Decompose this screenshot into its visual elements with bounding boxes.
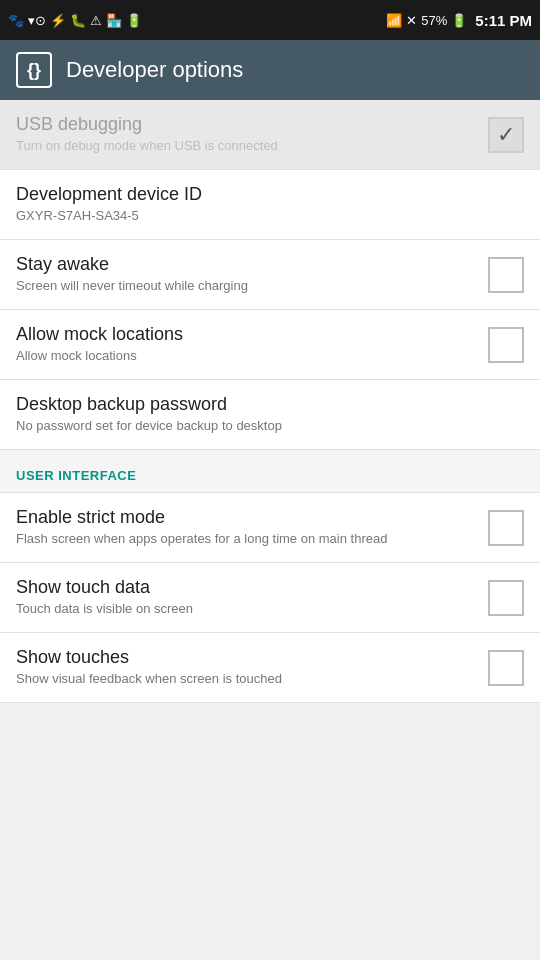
strict-mode-title: Enable strict mode [16,507,476,528]
settings-list: USB debugging Turn on debug mode when US… [0,100,540,703]
stay-awake-text: Stay awake Screen will never timeout whi… [16,254,488,295]
usb-icon: ⚡ [50,13,66,28]
strict-mode-checkbox[interactable] [488,510,524,546]
backup-password-item[interactable]: Desktop backup password No password set … [0,380,540,450]
usb-debugging-item[interactable]: USB debugging Turn on debug mode when US… [0,100,540,170]
touch-data-title: Show touch data [16,577,476,598]
stay-awake-title: Stay awake [16,254,476,275]
user-interface-section-header: USER INTERFACE [0,450,540,493]
battery-icon: 🔋 [451,13,467,28]
strict-mode-subtitle: Flash screen when apps operates for a lo… [16,531,476,548]
status-bar: 🐾 ▾⊙ ⚡ 🐛 ⚠ 🏪 🔋 📶 ✕ 57% 🔋 5:11 PM [0,0,540,40]
touch-data-checkbox[interactable] [488,580,524,616]
wifi-strength-icon: 📶 [386,13,402,28]
store-icon: 🏪 [106,13,122,28]
user-interface-label: USER INTERFACE [16,468,136,483]
backup-password-title: Desktop backup password [16,394,524,415]
alert-icon: ⚠ [90,13,102,28]
stay-awake-subtitle: Screen will never timeout while charging [16,278,476,295]
touch-data-item[interactable]: Show touch data Touch data is visible on… [0,563,540,633]
device-id-title: Development device ID [16,184,524,205]
stay-awake-checkbox[interactable] [488,257,524,293]
status-time: 5:11 PM [475,12,532,29]
mock-locations-text: Allow mock locations Allow mock location… [16,324,488,365]
touch-data-subtitle: Touch data is visible on screen [16,601,476,618]
device-id-value: GXYR-S7AH-SA34-5 [16,208,524,225]
mock-locations-subtitle: Allow mock locations [16,348,476,365]
device-id-item: Development device ID GXYR-S7AH-SA34-5 [0,170,540,240]
page-title: Developer options [66,57,243,83]
sim-icon: 🐾 [8,13,24,28]
usb-debugging-checkbox[interactable] [488,117,524,153]
status-bar-right: 📶 ✕ 57% 🔋 5:11 PM [386,12,532,29]
extra-icon: 🔋 [126,13,142,28]
mock-locations-item[interactable]: Allow mock locations Allow mock location… [0,310,540,380]
show-touches-subtitle: Show visual feedback when screen is touc… [16,671,476,688]
show-touches-item[interactable]: Show touches Show visual feedback when s… [0,633,540,703]
strict-mode-item[interactable]: Enable strict mode Flash screen when app… [0,493,540,563]
mock-locations-checkbox[interactable] [488,327,524,363]
show-touches-title: Show touches [16,647,476,668]
action-bar: {} Developer options [0,40,540,100]
usb-debugging-title: USB debugging [16,114,476,135]
mock-locations-title: Allow mock locations [16,324,476,345]
wifi-icon: ▾⊙ [28,13,46,28]
usb-debugging-text: USB debugging Turn on debug mode when US… [16,114,488,155]
backup-password-subtitle: No password set for device backup to des… [16,418,524,435]
usb-debugging-subtitle: Turn on debug mode when USB is connected [16,138,476,155]
strict-mode-text: Enable strict mode Flash screen when app… [16,507,488,548]
show-touches-text: Show touches Show visual feedback when s… [16,647,488,688]
touch-data-text: Show touch data Touch data is visible on… [16,577,488,618]
status-bar-left: 🐾 ▾⊙ ⚡ 🐛 ⚠ 🏪 🔋 [8,13,142,28]
show-touches-checkbox[interactable] [488,650,524,686]
developer-options-icon: {} [16,52,52,88]
debug-icon: 🐛 [70,13,86,28]
signal-icon: ✕ [406,13,417,28]
stay-awake-item[interactable]: Stay awake Screen will never timeout whi… [0,240,540,310]
battery-percent: 57% [421,13,447,28]
